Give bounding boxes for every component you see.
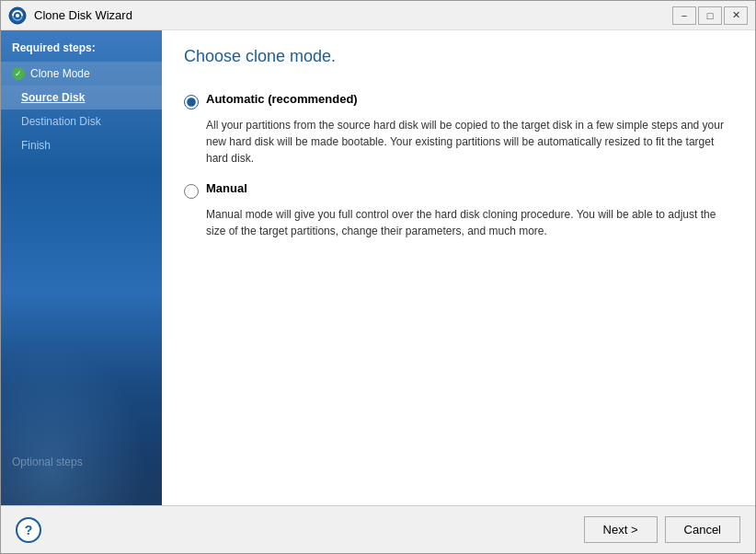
bottom-right: Next > Cancel (584, 516, 740, 543)
minimize-button[interactable]: − (672, 6, 696, 25)
title-bar: Clone Disk Wizard − □ ✕ (1, 1, 755, 30)
option-desc-manual: Manual mode will give you full control o… (206, 206, 733, 239)
content-body: Automatic (recommended) All your partiti… (162, 77, 755, 505)
content-panel: Choose clone mode. Automatic (recommende… (162, 30, 755, 505)
radio-manual[interactable] (184, 184, 199, 199)
content-header: Choose clone mode. (162, 30, 755, 77)
option-row-automatic: Automatic (recommended) (184, 92, 733, 110)
content-title: Choose clone mode. (184, 47, 733, 66)
option-label-automatic: Automatic (recommended) (206, 92, 358, 106)
app-icon (8, 6, 27, 25)
cancel-button[interactable]: Cancel (665, 516, 740, 543)
sidebar-label-clone-mode: Clone Mode (30, 67, 90, 80)
sidebar-label-destination-disk: Destination Disk (21, 115, 101, 128)
window-title: Clone Disk Wizard (34, 8, 672, 22)
help-button[interactable]: ? (16, 517, 41, 543)
window-controls: − □ ✕ (672, 6, 748, 25)
maximize-button[interactable]: □ (698, 6, 722, 25)
sidebar-item-finish[interactable]: Finish (1, 133, 162, 157)
next-button[interactable]: Next > (584, 516, 658, 543)
main-area: Required steps: ✓ Clone Mode Source Disk… (1, 30, 755, 505)
sidebar-label-finish: Finish (21, 139, 51, 152)
sidebar-item-clone-mode[interactable]: ✓ Clone Mode (1, 62, 162, 86)
sidebar-label-source-disk: Source Disk (21, 91, 85, 104)
sidebar-item-source-disk[interactable]: Source Disk (1, 86, 162, 110)
option-label-manual: Manual (206, 181, 247, 195)
option-desc-automatic: All your partitions from the source hard… (206, 117, 733, 167)
check-icon: ✓ (12, 67, 25, 80)
svg-point-1 (16, 14, 19, 17)
optional-steps-label: Optional steps (12, 456, 83, 468)
sidebar-required-label: Required steps: (1, 30, 162, 62)
sidebar-item-destination-disk[interactable]: Destination Disk (1, 110, 162, 133)
close-button[interactable]: ✕ (724, 6, 748, 25)
sidebar: Required steps: ✓ Clone Mode Source Disk… (1, 30, 162, 505)
option-row-manual: Manual (184, 181, 733, 199)
radio-automatic[interactable] (184, 95, 199, 110)
bottom-left: ? (16, 517, 41, 543)
bottom-bar: ? Next > Cancel (1, 505, 755, 553)
